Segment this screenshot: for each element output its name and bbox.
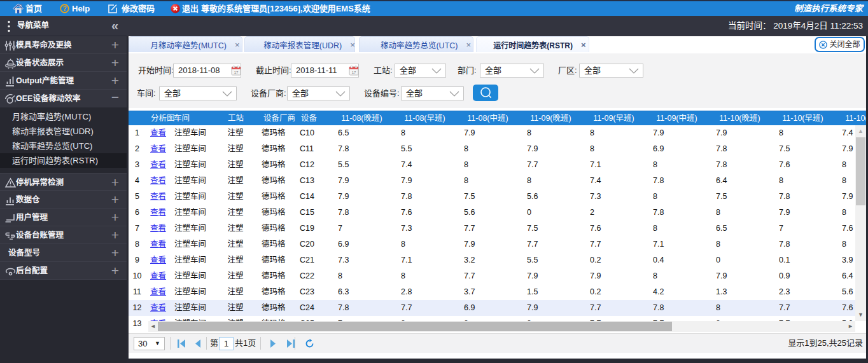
svg-text:17: 17 [352,71,356,74]
svg-text:17: 17 [234,71,239,74]
svg-text:?: ? [62,5,66,12]
